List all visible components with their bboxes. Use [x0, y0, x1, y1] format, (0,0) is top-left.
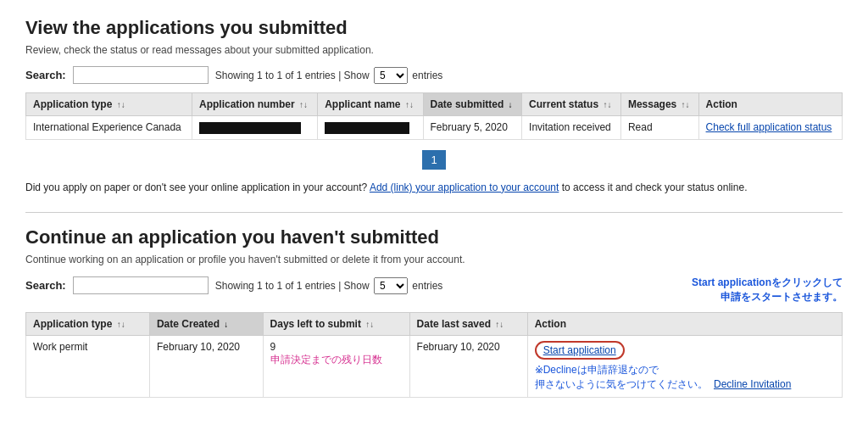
cell2-days-left: 9 申請決定までの残り日数 — [263, 336, 409, 398]
section1-search-input[interactable] — [73, 66, 209, 84]
paper-note: Did you apply on paper or don't see your… — [25, 180, 843, 195]
page-1-button[interactable]: 1 — [422, 150, 445, 170]
col2-days-left[interactable]: Days left to submit ↑↓ — [263, 313, 409, 336]
section1-search-label: Search: — [25, 69, 66, 81]
cell-current-status: Invitation received — [522, 116, 621, 140]
section2-annotation-top: Start applicationをクリックして 申請をスタートさせます。 — [692, 276, 843, 304]
table-row: International Experience Canada February… — [26, 116, 843, 140]
section1-showing-text: Showing 1 to 1 of 1 entries | Show 5 10 … — [215, 67, 443, 84]
section1-subtitle: Review, check the status or read message… — [25, 44, 843, 56]
col-app-type[interactable]: Application type ↑↓ — [26, 93, 192, 116]
section1-show-select[interactable]: 5 10 25 — [374, 67, 408, 84]
section-divider — [25, 212, 843, 213]
section2-subtitle: Continue working on an application or pr… — [25, 254, 843, 265]
check-full-status-link[interactable]: Check full application status — [706, 121, 832, 133]
cell-applicant-name — [318, 116, 423, 140]
cell2-date-last-saved: February 10, 2020 — [409, 336, 527, 398]
col-applicant-name[interactable]: Applicant name ↑↓ — [318, 93, 423, 116]
table-row: Work permit February 10, 2020 9 申請決定までの残… — [26, 336, 843, 398]
col-action: Action — [698, 93, 842, 116]
section2-table: Application type ↑↓ Date Created ↓ Days … — [25, 312, 843, 398]
section1-table: Application type ↑↓ Application number ↑… — [25, 92, 843, 140]
col-date-submitted[interactable]: Date submitted ↓ — [423, 93, 522, 116]
col2-date-created[interactable]: Date Created ↓ — [149, 313, 263, 336]
col-current-status[interactable]: Current status ↑↓ — [522, 93, 621, 116]
cell-action[interactable]: Check full application status — [698, 116, 842, 140]
section2-search-bar: Search: Showing 1 to 1 of 1 entries | Sh… — [25, 276, 442, 294]
col-messages[interactable]: Messages ↑↓ — [620, 93, 698, 116]
annotation-pink: 申請決定までの残り日数 — [270, 354, 382, 366]
add-application-link[interactable]: Add (link) your application to your acco… — [370, 181, 559, 193]
section1-search-bar: Search: Showing 1 to 1 of 1 entries | Sh… — [25, 66, 843, 84]
col2-action: Action — [527, 313, 842, 336]
col2-app-type[interactable]: Application type ↑↓ — [26, 313, 150, 336]
cell2-date-created: February 10, 2020 — [149, 336, 263, 398]
cell-app-type: International Experience Canada — [26, 116, 192, 140]
section1-title: View the applications you submitted — [25, 17, 843, 39]
cell-messages: Read — [620, 116, 698, 140]
cell-date-submitted: February 5, 2020 — [423, 116, 522, 140]
annotation-darkblue: ※Declineは申請辞退なので押さないように気をつけてください。 — [535, 363, 708, 392]
section2-search-label: Search: — [25, 279, 66, 292]
section2-show-select[interactable]: 5 10 25 — [374, 277, 408, 294]
col2-date-last-saved[interactable]: Date last saved ↑↓ — [409, 313, 527, 336]
pagination: 1 — [25, 150, 843, 170]
section2-title: Continue an application you haven't subm… — [25, 226, 843, 248]
start-application-button[interactable]: Start application — [535, 341, 625, 360]
cell2-app-type: Work permit — [26, 336, 150, 398]
section2-showing-text: Showing 1 to 1 of 1 entries | Show 5 10 … — [215, 277, 443, 294]
section2-search-input[interactable] — [73, 276, 209, 294]
cell-app-number — [192, 116, 318, 140]
decline-invitation-link[interactable]: Decline Invitation — [714, 378, 791, 390]
cell2-action: Start application ※Declineは申請辞退なので押さないよう… — [527, 336, 842, 398]
col-app-number[interactable]: Application number ↑↓ — [192, 93, 318, 116]
